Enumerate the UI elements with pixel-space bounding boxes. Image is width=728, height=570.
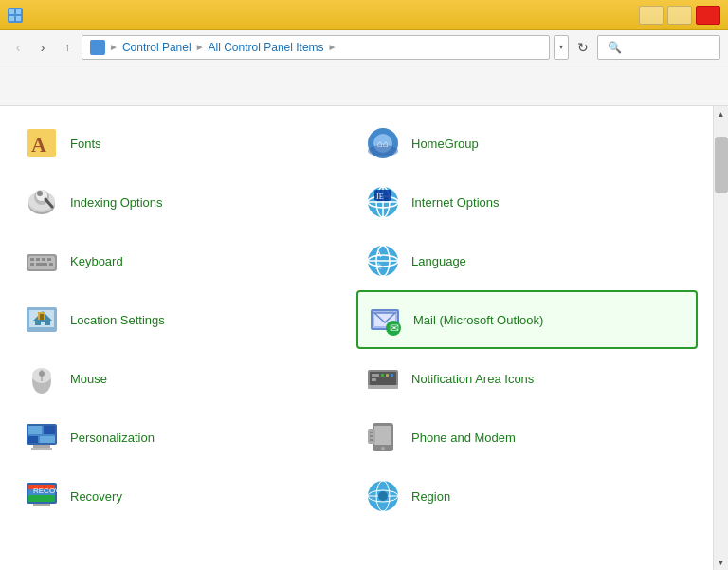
title-bar bbox=[0, 0, 728, 30]
item-notification[interactable]: Notification Area Icons bbox=[356, 349, 698, 408]
items-grid: A Fonts ⌂⌂ HomeGroup Indexing Options bbox=[0, 106, 713, 570]
svg-rect-60 bbox=[391, 374, 393, 377]
close-button[interactable] bbox=[696, 6, 720, 25]
up-button[interactable]: ↑ bbox=[57, 37, 78, 58]
item-label-fonts: Fonts bbox=[70, 137, 101, 151]
item-icon-region bbox=[364, 477, 402, 515]
item-personalization[interactable]: Personalization bbox=[15, 408, 356, 467]
svg-text:IE: IE bbox=[376, 193, 384, 201]
item-label-region: Region bbox=[411, 489, 450, 504]
svg-rect-57 bbox=[372, 378, 376, 381]
item-keyboard[interactable]: Keyboard bbox=[15, 231, 356, 290]
item-label-location: Location Settings bbox=[70, 313, 165, 327]
item-region[interactable]: Region bbox=[356, 467, 698, 525]
address-dropdown-button[interactable]: ▾ bbox=[554, 35, 569, 60]
item-label-recovery: Recovery bbox=[70, 489, 122, 504]
item-icon-fonts: A bbox=[23, 124, 61, 162]
scrollbar-thumb[interactable] bbox=[715, 137, 728, 193]
svg-text:A: A bbox=[31, 133, 46, 156]
main-content: A Fonts ⌂⌂ HomeGroup Indexing Options bbox=[0, 106, 728, 570]
item-icon-notification bbox=[364, 359, 402, 397]
svg-rect-68 bbox=[33, 445, 50, 448]
item-mail[interactable]: ✉ Mail (Microsoft Outlook) bbox=[356, 290, 698, 349]
item-icon-indexing bbox=[23, 183, 61, 221]
svg-point-15 bbox=[37, 191, 43, 196]
svg-rect-75 bbox=[370, 435, 373, 437]
svg-rect-64 bbox=[28, 426, 42, 434]
svg-rect-0 bbox=[9, 9, 14, 14]
item-label-indexing: Indexing Options bbox=[70, 195, 163, 210]
item-label-phone: Phone and Modem bbox=[411, 431, 516, 445]
svg-rect-69 bbox=[31, 448, 52, 450]
item-language[interactable]: A 文 Language bbox=[356, 231, 698, 290]
title-bar-left bbox=[8, 8, 30, 23]
svg-rect-1 bbox=[16, 9, 21, 14]
item-recovery[interactable]: RECOVERY Recovery bbox=[15, 467, 356, 525]
svg-text:RECOVERY: RECOVERY bbox=[33, 487, 60, 495]
item-label-keyboard: Keyboard bbox=[70, 254, 123, 268]
svg-text:文: 文 bbox=[375, 263, 382, 270]
forward-button[interactable]: › bbox=[32, 37, 53, 58]
item-icon-mail: ✉ bbox=[366, 301, 404, 339]
item-label-language: Language bbox=[411, 254, 466, 268]
svg-rect-32 bbox=[49, 263, 53, 266]
search-icon: 🔍 bbox=[608, 41, 622, 54]
window-controls bbox=[639, 6, 720, 25]
svg-rect-71 bbox=[374, 426, 391, 445]
item-homegroup[interactable]: ⌂⌂ HomeGroup bbox=[356, 114, 698, 173]
item-indexing[interactable]: Indexing Options bbox=[15, 173, 356, 231]
item-location[interactable]: Location Settings bbox=[15, 290, 356, 349]
toolbar bbox=[0, 64, 728, 106]
svg-rect-79 bbox=[28, 495, 55, 502]
scroll-down-arrow[interactable]: ▼ bbox=[714, 555, 729, 570]
address-bar: ‹ › ↑ ► Control Panel ► All Control Pane… bbox=[0, 30, 728, 64]
item-icon-mouse bbox=[23, 359, 61, 397]
svg-rect-27 bbox=[36, 258, 40, 261]
item-icon-language: A 文 bbox=[364, 242, 402, 280]
svg-rect-28 bbox=[42, 258, 46, 261]
svg-rect-82 bbox=[33, 504, 50, 506]
item-label-internet: Internet Options bbox=[411, 195, 500, 210]
svg-rect-2 bbox=[9, 16, 14, 21]
svg-rect-26 bbox=[30, 258, 34, 261]
svg-rect-61 bbox=[368, 385, 398, 389]
minimize-button[interactable] bbox=[639, 6, 664, 25]
item-icon-recovery: RECOVERY bbox=[23, 477, 61, 515]
svg-rect-66 bbox=[28, 436, 38, 443]
breadcrumb-control-panel[interactable]: Control Panel bbox=[122, 41, 191, 54]
item-icon-personalization bbox=[23, 418, 61, 456]
scrollbar[interactable]: ▲ ▼ bbox=[713, 106, 728, 570]
item-label-homegroup: HomeGroup bbox=[411, 137, 479, 151]
breadcrumb-all-items[interactable]: All Control Panel Items bbox=[209, 41, 324, 54]
breadcrumb-icon bbox=[90, 40, 105, 55]
item-icon-homegroup: ⌂⌂ bbox=[364, 124, 402, 162]
svg-rect-3 bbox=[16, 16, 21, 21]
item-icon-phone bbox=[364, 418, 402, 456]
svg-point-53 bbox=[39, 371, 45, 377]
item-mouse[interactable]: Mouse bbox=[15, 349, 356, 408]
item-label-notification: Notification Area Icons bbox=[411, 372, 534, 386]
item-label-mail: Mail (Microsoft Outlook) bbox=[413, 313, 543, 327]
item-phone[interactable]: Phone and Modem bbox=[356, 408, 698, 467]
item-fonts[interactable]: A Fonts bbox=[15, 114, 356, 173]
svg-rect-58 bbox=[381, 374, 384, 377]
svg-rect-31 bbox=[36, 263, 47, 266]
svg-rect-43 bbox=[40, 314, 44, 320]
svg-rect-29 bbox=[47, 258, 51, 261]
scroll-up-arrow[interactable]: ▲ bbox=[714, 106, 729, 121]
svg-text:A: A bbox=[375, 249, 382, 259]
items-area: A Fonts ⌂⌂ HomeGroup Indexing Options bbox=[0, 106, 728, 570]
item-label-personalization: Personalization bbox=[70, 431, 155, 445]
svg-text:✉: ✉ bbox=[390, 322, 399, 335]
svg-rect-56 bbox=[372, 374, 379, 377]
item-internet[interactable]: IE Internet Options bbox=[356, 173, 698, 231]
back-button[interactable]: ‹ bbox=[8, 37, 28, 58]
search-box[interactable]: 🔍 bbox=[597, 35, 720, 60]
item-icon-internet: IE bbox=[364, 183, 402, 221]
svg-rect-76 bbox=[370, 439, 373, 441]
restore-button[interactable] bbox=[667, 6, 692, 25]
breadcrumb-bar: ► Control Panel ► All Control Panel Item… bbox=[82, 35, 550, 60]
svg-point-87 bbox=[378, 491, 388, 501]
svg-rect-59 bbox=[386, 374, 389, 377]
refresh-button[interactable]: ↻ bbox=[573, 37, 593, 58]
